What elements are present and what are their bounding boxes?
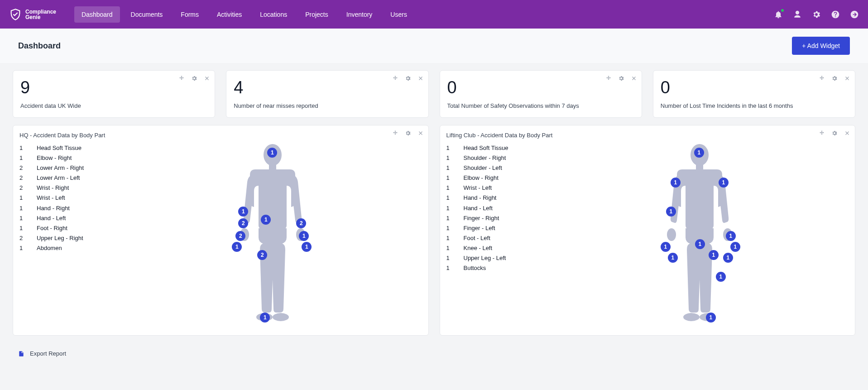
close-icon[interactable] xyxy=(417,75,424,82)
move-icon[interactable] xyxy=(178,75,185,82)
body-part-list: 1Head Soft Tissue1Elbow - Right2Lower Ar… xyxy=(19,143,115,324)
notification-dot xyxy=(781,9,784,12)
body-marker[interactable]: 1 xyxy=(695,239,705,249)
stat-card: 0Total Number of Safety Observations wit… xyxy=(440,70,642,118)
svg-rect-8 xyxy=(696,165,703,169)
body-marker[interactable]: 1 xyxy=(709,250,719,260)
brand-text: Compliance Genie xyxy=(25,9,56,20)
list-item: 1Knee - Left xyxy=(446,243,542,253)
stat-card: 9Accident data UK Wide xyxy=(13,70,215,118)
body-marker[interactable]: 1 xyxy=(716,272,726,282)
body-figure: 11122211121 xyxy=(124,143,422,324)
widget-title: Lifting Club - Accident Data by Body Par… xyxy=(446,132,849,139)
svg-rect-9 xyxy=(686,175,714,229)
list-item: 2Upper Leg - Right xyxy=(19,233,115,243)
list-item: 1Hand - Right xyxy=(19,203,115,213)
list-item: 1Wrist - Left xyxy=(19,193,115,203)
gear-icon[interactable] xyxy=(618,75,624,82)
body-part-widget: HQ - Accident Data by Body Part1Head Sof… xyxy=(13,125,429,336)
export-report-link[interactable]: Export Report xyxy=(0,343,868,366)
gear-icon[interactable] xyxy=(405,75,411,82)
list-item: 1Finger - Left xyxy=(446,223,542,233)
add-widget-button[interactable]: + Add Widget xyxy=(792,37,850,55)
svg-point-12 xyxy=(683,313,700,321)
logout-icon[interactable] xyxy=(850,10,859,19)
svg-point-10 xyxy=(667,228,676,241)
list-item: 1Wrist - Left xyxy=(446,183,542,193)
nav-item-dashboard[interactable]: Dashboard xyxy=(74,6,120,23)
document-icon xyxy=(18,351,24,357)
close-icon[interactable] xyxy=(631,75,637,82)
body-marker[interactable]: 1 xyxy=(726,231,736,241)
body-marker[interactable]: 1 xyxy=(730,242,740,252)
list-item: 1Elbow - Right xyxy=(446,173,542,183)
svg-rect-1 xyxy=(269,165,276,169)
gear-icon[interactable] xyxy=(831,130,838,136)
brand[interactable]: Compliance Genie xyxy=(9,8,56,21)
nav-item-forms[interactable]: Forms xyxy=(173,6,206,23)
list-item: 1Shoulder - Right xyxy=(446,153,542,163)
close-icon[interactable] xyxy=(844,75,850,82)
move-icon[interactable] xyxy=(392,75,398,82)
move-icon[interactable] xyxy=(392,130,398,136)
body-figure: 1111111111111 xyxy=(551,143,849,324)
nav-right xyxy=(774,10,859,19)
body-part-widget: Lifting Club - Accident Data by Body Par… xyxy=(440,125,856,336)
page-title: Dashboard xyxy=(18,41,61,51)
body-marker[interactable]: 1 xyxy=(671,178,681,188)
gear-icon[interactable] xyxy=(812,10,821,19)
nav-item-inventory[interactable]: Inventory xyxy=(339,6,380,23)
gear-icon[interactable] xyxy=(831,75,838,82)
body-marker[interactable]: 1 xyxy=(719,178,729,188)
nav-items: DashboardDocumentsFormsActivitiesLocatio… xyxy=(74,6,774,23)
list-item: 2Lower Arm - Left xyxy=(19,173,115,183)
close-icon[interactable] xyxy=(417,130,424,136)
stat-label: Accident data UK Wide xyxy=(20,102,207,109)
body-marker[interactable]: 1 xyxy=(661,242,671,252)
list-item: 1Foot - Left xyxy=(446,233,542,243)
move-icon[interactable] xyxy=(819,75,825,82)
nav-item-users[interactable]: Users xyxy=(383,6,414,23)
list-item: 2Wrist - Right xyxy=(19,183,115,193)
body-marker[interactable]: 1 xyxy=(668,253,678,263)
list-item: 1Head Soft Tissue xyxy=(19,143,115,153)
list-item: 1Upper Leg - Left xyxy=(446,253,542,263)
close-icon[interactable] xyxy=(844,130,850,136)
body-marker[interactable]: 1 xyxy=(666,207,676,217)
user-icon[interactable] xyxy=(793,10,802,19)
stat-row: 9Accident data UK Wide 4Number of near m… xyxy=(13,70,855,118)
help-icon[interactable] xyxy=(831,10,840,19)
list-item: 1Hand - Left xyxy=(19,213,115,223)
move-icon[interactable] xyxy=(819,130,825,136)
nav-item-documents[interactable]: Documents xyxy=(124,6,170,23)
gear-icon[interactable] xyxy=(191,75,197,82)
nav-item-locations[interactable]: Locations xyxy=(253,6,294,23)
gear-icon[interactable] xyxy=(405,130,411,136)
list-item: 1Abdomen xyxy=(19,243,115,253)
list-item: 1Finger - Right xyxy=(446,213,542,223)
stat-card: 0Number of Lost Time Incidents in the la… xyxy=(653,70,855,118)
nav-item-projects[interactable]: Projects xyxy=(298,6,336,23)
body-row: HQ - Accident Data by Body Part1Head Sof… xyxy=(13,125,855,336)
bell-icon[interactable] xyxy=(774,10,783,19)
list-item: 1Hand - Right xyxy=(446,193,542,203)
move-icon[interactable] xyxy=(605,75,612,82)
list-item: 2Lower Arm - Right xyxy=(19,163,115,173)
body-marker[interactable]: 1 xyxy=(706,313,716,323)
body-marker[interactable]: 1 xyxy=(723,253,733,263)
body-marker[interactable]: 1 xyxy=(694,148,704,158)
dashboard-grid: 9Accident data UK Wide 4Number of near m… xyxy=(0,63,868,343)
widget-title: HQ - Accident Data by Body Part xyxy=(19,132,422,139)
list-item: 1Buttocks xyxy=(446,263,542,273)
page-header: Dashboard + Add Widget xyxy=(0,29,868,63)
top-navbar: Compliance Genie DashboardDocumentsForms… xyxy=(0,0,868,29)
list-item: 1Shoulder - Left xyxy=(446,163,542,173)
list-item: 1Head Soft Tissue xyxy=(446,143,542,153)
list-item: 1Elbow - Right xyxy=(19,153,115,163)
close-icon[interactable] xyxy=(204,75,210,82)
body-part-list: 1Head Soft Tissue1Shoulder - Right1Shoul… xyxy=(446,143,542,324)
nav-item-activities[interactable]: Activities xyxy=(210,6,249,23)
stat-card: 4Number of near misses reported xyxy=(226,70,428,118)
svg-point-6 xyxy=(273,313,289,321)
list-item: 1Hand - Left xyxy=(446,203,542,213)
